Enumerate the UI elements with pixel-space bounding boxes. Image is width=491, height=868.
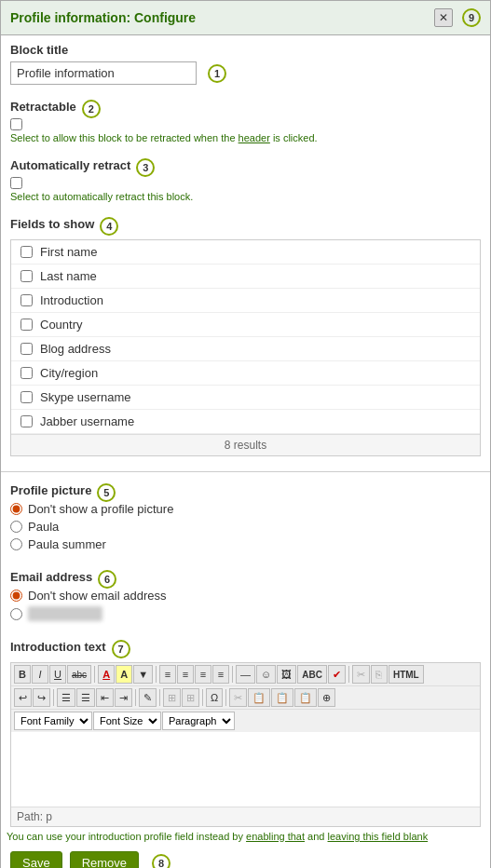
profile-picture-option-1: Paula bbox=[10, 520, 481, 534]
retractable-label: Retractable bbox=[10, 100, 76, 114]
profile-picture-radio-2[interactable] bbox=[10, 538, 22, 550]
toolbar-sep-4 bbox=[348, 666, 349, 683]
introduction-text-label: Introduction text bbox=[10, 640, 106, 654]
image-button[interactable]: 🖼 bbox=[277, 665, 296, 684]
paragraph-select[interactable]: Paragraph bbox=[162, 712, 235, 730]
field-checkbox-lastname[interactable] bbox=[20, 270, 33, 282]
auto-retract-help: Select to automatically retract this blo… bbox=[10, 191, 481, 202]
block-title-input[interactable] bbox=[10, 61, 197, 85]
email-radio-0[interactable] bbox=[10, 590, 22, 602]
field-checkbox-city[interactable] bbox=[20, 367, 33, 379]
email-option-1 bbox=[10, 606, 481, 621]
field-label-introduction: Introduction bbox=[40, 293, 103, 307]
editor-path-bar: Path: p bbox=[11, 807, 480, 826]
field-checkbox-skype[interactable] bbox=[20, 391, 33, 403]
align-left-button[interactable]: ≡ bbox=[159, 665, 176, 684]
editor-toolbar: B I U abc A A ▼ ≡ ≡ ≡ ≡ — ☺ 🖼 ABC ✔ bbox=[10, 662, 481, 827]
font-family-select[interactable]: Font Family bbox=[14, 712, 92, 730]
profile-picture-label-2: Paula summer bbox=[28, 537, 106, 551]
bottom-buttons: Save Remove 8 bbox=[1, 846, 490, 868]
toolbar-sep-8 bbox=[202, 689, 203, 706]
profile-picture-option-2: Paula summer bbox=[10, 537, 481, 551]
retractable-section: Retractable 2 Select to allow this block… bbox=[1, 92, 490, 151]
field-checkbox-firstname[interactable] bbox=[20, 246, 33, 258]
num-8: 8 bbox=[152, 854, 170, 869]
table-opt2[interactable]: ⊞ bbox=[182, 688, 199, 707]
profile-picture-label-0: Don't show a profile picture bbox=[28, 502, 173, 516]
paste3-button[interactable]: 📋 bbox=[294, 688, 317, 707]
field-label-jabber: Jabber username bbox=[40, 414, 134, 428]
spellcheck-button[interactable]: ABC bbox=[297, 665, 327, 684]
ol-button[interactable]: ☰ bbox=[76, 688, 95, 707]
field-checkbox-blog[interactable] bbox=[20, 343, 33, 355]
email-address-label: Email address bbox=[10, 570, 92, 584]
field-checkbox-introduction[interactable] bbox=[20, 294, 33, 306]
email-blurred-value bbox=[28, 606, 102, 621]
align-right-button[interactable]: ≡ bbox=[195, 665, 211, 684]
profile-picture-radio-0[interactable] bbox=[10, 503, 22, 515]
field-label-lastname: Last name bbox=[40, 269, 97, 283]
field-checkbox-country[interactable] bbox=[20, 319, 33, 331]
close-button[interactable]: ✕ bbox=[434, 8, 453, 27]
extra-button[interactable]: ⊕ bbox=[318, 688, 335, 707]
ul-button[interactable]: ☰ bbox=[57, 688, 75, 707]
copy2-button[interactable]: 📋 bbox=[248, 688, 270, 707]
profile-picture-label: Profile picture bbox=[10, 483, 91, 497]
toolbar-row-2: ↩ ↪ ☰ ☰ ⇤ ⇥ ✎ ⊞ ⊞ Ω ✂ 📋 📋 📋 ⊕ bbox=[11, 686, 480, 710]
outdent-button[interactable]: ⇤ bbox=[96, 688, 114, 707]
clear-button[interactable]: ✔ bbox=[328, 665, 346, 684]
auto-retract-section: Automatically retract 3 Select to automa… bbox=[1, 151, 490, 210]
bg-color-button[interactable]: A bbox=[116, 665, 132, 684]
remove-button[interactable]: Remove bbox=[70, 851, 139, 868]
link-button[interactable]: ✎ bbox=[139, 688, 157, 707]
strikethrough-button[interactable]: abc bbox=[67, 665, 91, 684]
field-row-city: City/region bbox=[11, 361, 480, 386]
field-row-country: Country bbox=[11, 313, 480, 337]
underline-button[interactable]: U bbox=[49, 665, 66, 684]
justify-button[interactable]: ≡ bbox=[212, 665, 229, 684]
introduction-text-section: Introduction text 7 B I U abc A A ▼ ≡ ≡ … bbox=[1, 632, 490, 827]
email-option-0: Don't show email address bbox=[10, 589, 481, 603]
toolbar-sep-7 bbox=[159, 689, 160, 706]
font-color-dropdown[interactable]: ▼ bbox=[133, 665, 153, 684]
field-checkbox-jabber[interactable] bbox=[20, 415, 33, 427]
font-color-button[interactable]: A bbox=[98, 665, 115, 684]
table-button[interactable]: ⊞ bbox=[163, 688, 181, 707]
cut-button[interactable]: ✂ bbox=[352, 665, 370, 684]
toolbar-sep-6 bbox=[135, 689, 136, 706]
editor-content-area[interactable] bbox=[11, 732, 480, 807]
field-row-blog: Blog address bbox=[11, 337, 480, 361]
email-radio-1[interactable] bbox=[10, 608, 22, 620]
profile-picture-label-1: Paula bbox=[28, 520, 59, 534]
intro-note-text: You can use your introduction profile fi… bbox=[7, 831, 428, 842]
bold-button[interactable]: B bbox=[14, 665, 31, 684]
profile-picture-radio-1[interactable] bbox=[10, 521, 22, 533]
auto-retract-checkbox[interactable] bbox=[10, 177, 22, 189]
copy-button[interactable]: ⎘ bbox=[371, 665, 388, 684]
cut2-button[interactable]: ✂ bbox=[229, 688, 247, 707]
retractable-checkbox[interactable] bbox=[10, 118, 22, 130]
field-label-blog: Blog address bbox=[40, 342, 111, 356]
field-row-lastname: Last name bbox=[11, 264, 480, 289]
html-button[interactable]: HTML bbox=[389, 665, 424, 684]
block-title-label: Block title bbox=[10, 43, 481, 57]
retractable-help: Select to allow this block to be retract… bbox=[10, 132, 481, 143]
field-row-firstname: First name bbox=[11, 240, 480, 264]
italic-button[interactable]: I bbox=[32, 665, 48, 684]
undo-button[interactable]: ↩ bbox=[14, 688, 32, 707]
indent-button[interactable]: ⇥ bbox=[115, 688, 132, 707]
dialog-title: Profile information: Configure bbox=[10, 10, 196, 25]
special-char-button[interactable]: Ω bbox=[206, 688, 223, 707]
save-button[interactable]: Save bbox=[10, 851, 62, 868]
redo-button[interactable]: ↪ bbox=[33, 688, 50, 707]
field-label-country: Country bbox=[40, 318, 83, 332]
align-center-button[interactable]: ≡ bbox=[177, 665, 194, 684]
emoticon-button[interactable]: ☺ bbox=[256, 665, 276, 684]
toolbar-row-3: Font Family Font Size Paragraph bbox=[11, 710, 480, 732]
paste2-button[interactable]: 📋 bbox=[271, 688, 293, 707]
font-size-select[interactable]: Font Size bbox=[93, 712, 161, 730]
toolbar-sep-2 bbox=[156, 666, 157, 683]
hr-button[interactable]: — bbox=[236, 665, 255, 684]
fields-to-show-section: Fields to show 4 First name Last name In… bbox=[1, 210, 490, 468]
field-row-introduction: Introduction bbox=[11, 289, 480, 313]
